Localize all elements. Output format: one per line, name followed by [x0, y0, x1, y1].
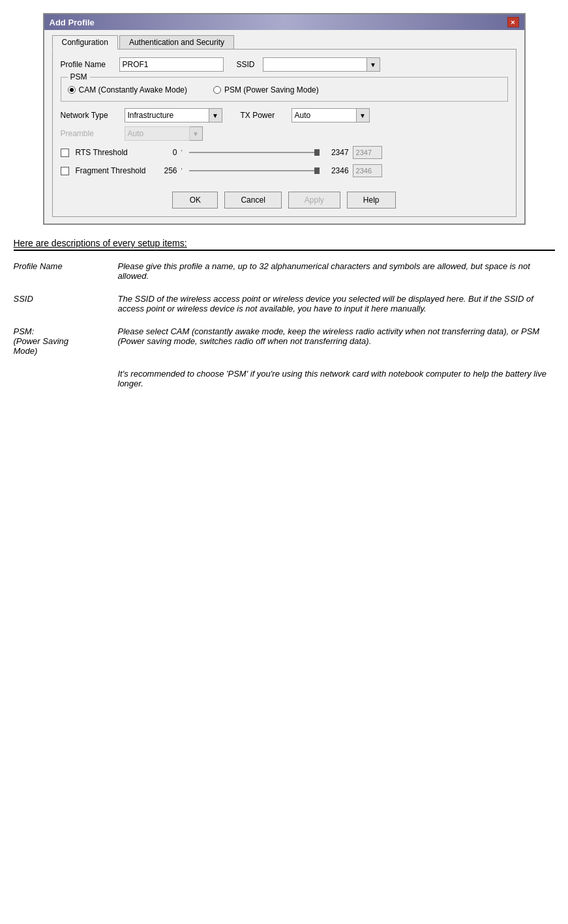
network-type-label: Network Type — [61, 111, 119, 120]
term-ssid: SSID — [14, 291, 118, 324]
preamble-arrow[interactable]: ▼ — [190, 126, 203, 141]
cancel-button[interactable]: Cancel — [224, 192, 281, 209]
cam-option[interactable]: CAM (Constantly Awake Mode) — [68, 85, 188, 94]
doc-content: Here are descriptions of every setup ite… — [14, 238, 555, 399]
desc-psm-note: It's recommended to choose 'PSM' if you'… — [118, 366, 555, 399]
profile-ssid-row: Profile Name SSID ▼ — [61, 57, 508, 72]
psm-radio[interactable] — [213, 86, 221, 94]
dialog-title: Add Profile — [50, 18, 95, 27]
rts-min-val: 0 — [158, 148, 177, 157]
ssid-combo: ▼ — [263, 57, 380, 72]
tab-auth-security[interactable]: Authentication and Security — [119, 35, 234, 50]
desc-psm: Please select CAM (constantly awake mode… — [118, 324, 555, 366]
add-profile-dialog: Add Profile × Configuration Authenticati… — [43, 13, 526, 225]
table-row: Profile Name Please give this profile a … — [14, 259, 555, 291]
rts-checkbox[interactable] — [61, 149, 69, 157]
cam-label: CAM (Constantly Awake Mode) — [79, 85, 188, 94]
term-psm-note — [14, 366, 118, 399]
preamble-label: Preamble — [61, 129, 119, 138]
network-type-combo: ▼ — [125, 108, 222, 123]
description-table: Profile Name Please give this profile a … — [14, 259, 555, 399]
fragment-threshold-row: Fragment Threshold 256 ' 2346 — [61, 164, 508, 177]
rts-threshold-row: RTS Threshold 0 ' 2347 — [61, 146, 508, 159]
ssid-dropdown-arrow[interactable]: ▼ — [367, 57, 380, 72]
rts-max-val: 2347 — [326, 148, 349, 157]
buttons-row: OK Cancel Apply Help — [61, 186, 508, 209]
table-row: SSID The SSID of the wireless access poi… — [14, 291, 555, 324]
psm-options: CAM (Constantly Awake Mode) PSM (Power S… — [68, 85, 501, 94]
dialog-body: Configuration Authentication and Securit… — [44, 30, 524, 224]
fragment-slider[interactable] — [189, 170, 320, 171]
apply-button[interactable]: Apply — [288, 192, 340, 209]
dialog-titlebar: Add Profile × — [44, 14, 524, 30]
profile-name-input[interactable] — [119, 57, 224, 72]
network-type-row: Network Type ▼ TX Power ▼ — [61, 108, 508, 123]
tx-power-label: TX Power — [241, 111, 286, 120]
table-row: It's recommended to choose 'PSM' if you'… — [14, 366, 555, 399]
psm-label: PSM (Power Saving Mode) — [224, 85, 319, 94]
rts-input[interactable] — [353, 146, 382, 159]
fragment-input[interactable] — [353, 164, 382, 177]
preamble-input[interactable] — [125, 126, 190, 141]
psm-group: PSM CAM (Constantly Awake Mode) PSM (Pow… — [61, 77, 508, 102]
tx-power-input[interactable] — [291, 108, 357, 123]
network-type-arrow[interactable]: ▼ — [209, 108, 222, 123]
help-button[interactable]: Help — [347, 192, 396, 209]
tx-power-combo: ▼ — [291, 108, 370, 123]
preamble-row: Preamble ▼ — [61, 126, 508, 141]
tab-bar: Configuration Authentication and Securit… — [52, 35, 516, 50]
rts-label: RTS Threshold — [76, 148, 154, 157]
fragment-checkbox[interactable] — [61, 167, 69, 175]
desc-ssid: The SSID of the wireless access point or… — [118, 291, 555, 324]
fragment-tick: ' — [181, 167, 183, 175]
fragment-min-val: 256 — [158, 166, 177, 175]
profile-name-label: Profile Name — [61, 60, 119, 69]
preamble-combo: ▼ — [125, 126, 203, 141]
fragment-label: Fragment Threshold — [76, 166, 154, 175]
tx-power-arrow[interactable]: ▼ — [357, 108, 370, 123]
term-psm: PSM:(Power SavingMode) — [14, 324, 118, 366]
ssid-label: SSID — [237, 60, 263, 69]
section-header: Here are descriptions of every setup ite… — [14, 238, 555, 251]
term-profile-name: Profile Name — [14, 259, 118, 291]
desc-profile-name: Please give this profile a name, up to 3… — [118, 259, 555, 291]
fragment-max-val: 2346 — [326, 166, 349, 175]
rts-tick: ' — [181, 149, 183, 156]
table-row: PSM:(Power SavingMode) Please select CAM… — [14, 324, 555, 366]
psm-option[interactable]: PSM (Power Saving Mode) — [213, 85, 319, 94]
tab-configuration[interactable]: Configuration — [52, 35, 118, 50]
ok-button[interactable]: OK — [172, 192, 218, 209]
rts-slider[interactable] — [189, 152, 320, 153]
psm-legend: PSM — [68, 72, 90, 81]
cam-radio[interactable] — [68, 86, 76, 94]
ssid-input[interactable] — [263, 57, 367, 72]
content-panel: Profile Name SSID ▼ PSM CAM (Constantly … — [52, 49, 516, 217]
close-button[interactable]: × — [507, 17, 519, 27]
network-type-input[interactable] — [125, 108, 209, 123]
